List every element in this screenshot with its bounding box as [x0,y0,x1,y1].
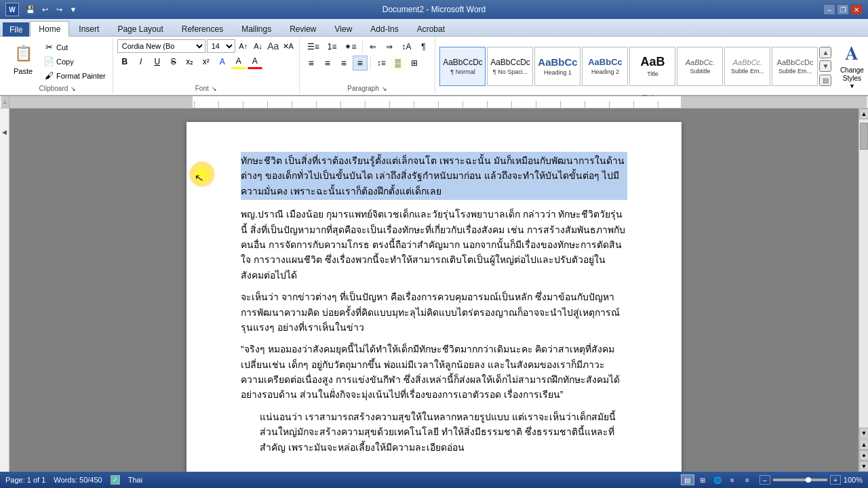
zoom-in-button[interactable]: + [830,475,841,485]
styles-scroll-down[interactable]: ▼ [819,60,831,72]
show-marks-button[interactable]: ¶ [416,39,431,54]
style-normal-label: ¶ Normal [450,68,475,75]
clear-formatting-button[interactable]: ✕A [281,39,295,53]
multilevel-button[interactable]: ⁕≡ [341,39,359,54]
align-center-button[interactable]: ≡ [320,56,335,70]
tab-page-layout[interactable]: Page Layout [108,21,172,36]
right-panel: ▲ ▼ ▲ ● ▼ [859,108,868,472]
font-face-select[interactable]: Cordia New (Bo [117,39,205,53]
style-title[interactable]: AaB Title [629,47,675,86]
subscript-button[interactable]: x₂ [182,54,197,69]
style-h2-label: Heading 2 [591,68,619,75]
scroll-thumb[interactable] [860,123,868,150]
align-left-button[interactable]: ≡ [304,56,319,70]
restore-button[interactable]: ❐ [837,4,849,15]
status-left: Page: 1 of 1 Words: 50/450 ✓ Thai [5,475,142,485]
format-painter-button[interactable]: 🖌 Format Painter [41,69,108,82]
borders-button[interactable]: ⊞ [407,56,422,70]
quick-access-toolbar: 💾 ↩ ↪ ▼ [24,3,79,16]
web-layout-view-button[interactable]: 🌐 [711,474,724,485]
bullets-button[interactable]: ☰≡ [304,39,323,54]
change-styles-arrow: ▼ [849,83,855,89]
page: ↖ ทักษะชีวิต เป็นสิ่งที่เราต้องเรียนรู้ต… [186,122,682,472]
copy-button[interactable]: 📄 Copy [41,55,108,68]
save-button[interactable]: 💾 [24,3,37,16]
style-nospace-label: ¶ No Spaci... [493,68,528,75]
style-subtle-em[interactable]: AaBbCc. Subtle Em... [724,47,770,86]
sort-button[interactable]: ↕A [398,39,414,54]
numbering-button[interactable]: 1≡ [324,39,340,54]
paste-button[interactable]: 📋 Paste [7,39,39,77]
styles-more[interactable]: ▤ [819,75,831,86]
format-painter-label: Format Painter [56,72,106,80]
ruler-right-corner [857,96,867,108]
next-page-button[interactable]: ▼ [859,461,868,472]
shading-button[interactable]: ▒ [391,56,406,70]
print-layout-view-button[interactable]: ▤ [681,474,694,485]
tab-insert[interactable]: Insert [70,21,108,36]
underline-button[interactable]: U [150,54,165,69]
clipboard-expand-icon[interactable]: ↘ [71,85,76,92]
font-size-select[interactable]: 14 [207,39,235,53]
font-content: Cordia New (Bo 14 A↑ A↓ Aa ✕A B I U S x₂ [117,39,295,83]
decrease-indent-button[interactable]: ⇐ [366,39,380,54]
line-spacing-button[interactable]: ↕≡ [374,56,389,70]
customize-qa-button[interactable]: ▼ [67,3,79,16]
style-heading2[interactable]: AaBbCc Heading 2 [582,47,628,86]
zoom-slider[interactable] [773,479,827,481]
zoom-out-button[interactable]: – [760,475,770,485]
outline-view-button[interactable]: ≡ [726,474,739,485]
cut-button[interactable]: ✂ Cut [41,41,108,54]
clipboard-group-label: Clipboard ↘ [39,83,76,92]
font-expand-icon[interactable]: ↘ [212,85,217,92]
style-heading1[interactable]: AaBbCc Heading 1 [534,47,580,86]
change-case-button[interactable]: Aa [267,39,280,53]
copy-label: Copy [56,58,74,66]
change-styles-button[interactable]: 𝐀 ChangeStyles ▼ [833,39,868,93]
tab-file[interactable]: File [3,22,29,37]
increase-font-button[interactable]: A↑ [237,39,250,53]
style-subtle-em2[interactable]: AaBbCcDc Subtle Em... [772,47,818,86]
spell-check-indicator[interactable]: ✓ [111,475,120,485]
tab-acrobat[interactable]: Acrobat [408,21,454,36]
tab-mailings[interactable]: Mailings [233,21,280,36]
ribbon-group-clipboard: 📋 Paste ✂ Cut 📄 Copy 🖌 Format Painter [3,38,113,94]
font-color-button[interactable]: A [248,54,262,69]
justify-button[interactable]: ≡ [353,56,368,70]
navigation-icon: ◀ [0,129,9,136]
close-button[interactable]: ✕ [850,4,863,15]
styles-scroll-up[interactable]: ▲ [819,47,831,58]
redo-button[interactable]: ↪ [53,3,65,16]
bold-button[interactable]: B [117,54,132,69]
ribbon-group-font: Cordia New (Bo 14 A↑ A↓ Aa ✕A B I U S x₂ [113,38,300,94]
scroll-down-button[interactable]: ▼ [859,428,868,439]
align-right-button[interactable]: ≡ [336,56,351,70]
style-subtitle[interactable]: AaBbCc. Subtitle [677,47,723,86]
tab-addins[interactable]: Add-Ins [361,21,407,36]
text-effects-button[interactable]: A [215,54,230,69]
tab-references[interactable]: References [173,21,232,36]
full-screen-view-button[interactable]: ⊞ [696,474,709,485]
change-styles-icon: 𝐀 [845,43,859,65]
draft-view-button[interactable]: ≡ [741,474,754,485]
text-highlight-button[interactable]: A [231,54,246,69]
minimize-button[interactable]: – [823,4,835,15]
select-browse-button[interactable]: ● [859,450,868,461]
style-no-spacing[interactable]: AaBbCcDc ¶ No Spaci... [487,47,533,86]
tab-review[interactable]: Review [281,21,325,36]
paragraph-expand-icon[interactable]: ↘ [382,85,387,92]
prev-page-button[interactable]: ▲ [859,439,868,450]
decrease-font-button[interactable]: A↓ [252,39,265,53]
tab-home[interactable]: Home [30,21,69,37]
doc-scroll[interactable]: ↖ ทักษะชีวิต เป็นสิ่งที่เราต้องเรียนรู้ต… [9,108,859,472]
ruler-left-margin [9,96,193,108]
superscript-button[interactable]: x² [199,54,214,69]
italic-button[interactable]: I [134,54,149,69]
scroll-up-button[interactable]: ▲ [859,108,868,119]
style-normal[interactable]: AaBbCcDc ¶ Normal [439,47,486,86]
increase-indent-button[interactable]: ⇒ [382,39,397,54]
undo-button[interactable]: ↩ [39,3,51,16]
tab-view[interactable]: View [326,21,361,36]
strikethrough-button[interactable]: S [166,54,181,69]
ribbon-tabs: File Home Insert Page Layout References … [0,19,868,37]
